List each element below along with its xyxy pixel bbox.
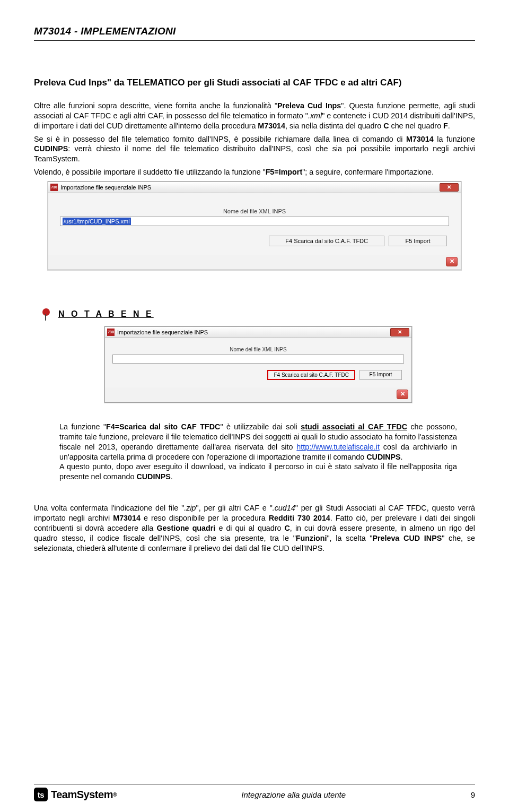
- app-icon: 730: [107, 329, 115, 336]
- text: che nel quadro: [389, 122, 444, 130]
- text: , sia nella distinta del quadro: [285, 122, 383, 130]
- import-button[interactable]: F5 Import: [389, 236, 447, 246]
- text: la funzione: [434, 135, 475, 143]
- xml-path-input[interactable]: [112, 355, 404, 364]
- scarica-button-highlighted[interactable]: F4 Scarica dal sito C.A.F. TFDC: [267, 370, 355, 380]
- text: : verrà chiesto il nome del file telemat…: [34, 144, 475, 163]
- nota-paragraph-2: A questo punto, dopo aver eseguito il do…: [59, 462, 457, 482]
- text-italic: .xml: [308, 111, 322, 120]
- text-bold: CUDINPS: [366, 453, 400, 461]
- import-button[interactable]: F5 Import: [359, 370, 402, 380]
- text-bold: M73014: [406, 135, 434, 143]
- tutelafiscale-link[interactable]: http://www.tutelafiscale.it: [296, 443, 380, 451]
- header-rule: [34, 40, 475, 41]
- text-bold: M73014: [258, 122, 285, 130]
- text-italic: .zip: [184, 504, 196, 512]
- dialog-import-inps-1: 730 Importazione file sequenziale INPS ✕…: [48, 182, 461, 270]
- page-number: 9: [471, 790, 475, 799]
- text-bold: Preleva Cud Inps: [277, 101, 341, 110]
- close-icon[interactable]: ✕: [440, 183, 459, 192]
- paragraph-2: Se si è in possesso del file telematico …: [34, 134, 475, 165]
- app-icon: 730: [50, 184, 58, 191]
- logo-text: TeamSystem: [51, 789, 113, 801]
- registered-mark: ®: [113, 792, 117, 798]
- section-heading: Preleva Cud Inps" da TELEMATICO per gli …: [34, 77, 475, 89]
- text-bold: CUDINPS: [136, 472, 170, 481]
- nota-paragraph-1: La funzione "F4=Scarica dal sito CAF TFD…: [59, 422, 457, 462]
- teamsystem-mark-icon: ts: [34, 788, 48, 801]
- text-bold: CUDINPS: [34, 144, 68, 153]
- text: A questo punto, dopo aver eseguito il do…: [59, 462, 457, 481]
- text-bold: Redditi 730 2014: [269, 514, 330, 522]
- text: "; a seguire, confermare l'importazione.: [302, 168, 434, 176]
- text-bold: M73014: [113, 514, 141, 522]
- dialog-titlebar: 730 Importazione file sequenziale INPS ✕: [105, 327, 411, 338]
- text-bold: F4=Scarica dal sito CAF TFDC: [106, 422, 220, 431]
- dialog-title: Importazione file sequenziale INPS: [60, 184, 151, 191]
- field-label-xml: Nome del file XML INPS: [112, 347, 404, 352]
- footer-center-text: Integrazione alla guida utente: [241, 790, 346, 799]
- text: Oltre alle funzioni sopra descritte, vie…: [34, 101, 277, 110]
- dialog-import-inps-2: 730 Importazione file sequenziale INPS ✕…: [104, 326, 412, 403]
- text: Se si è in possesso del file telematico …: [34, 135, 406, 143]
- xml-path-value: /usr1/tmp/CUD_INPS.xml: [63, 218, 131, 225]
- text-bold: Funzioni: [296, 534, 327, 542]
- final-paragraph: Una volta confermata l'indicazione del f…: [34, 503, 475, 553]
- text-bold: Preleva CUD INPS: [372, 534, 442, 542]
- paragraph-1: Oltre alle funzioni sopra descritte, vie…: [34, 101, 475, 131]
- text-bold: Gestione quadri: [156, 524, 215, 532]
- text: .: [401, 453, 403, 461]
- nota-bene-label: N O T A B E N E: [58, 309, 154, 319]
- field-label-xml: Nome del file XML INPS: [60, 208, 449, 214]
- dialog-titlebar: 730 Importazione file sequenziale INPS ✕: [48, 182, 461, 193]
- teamsystem-logo: ts TeamSystem®: [34, 788, 117, 801]
- paragraph-3: Volendo, è possibile importare il suddet…: [34, 167, 475, 177]
- xml-path-input[interactable]: /usr1/tmp/CUD_INPS.xml: [60, 217, 449, 226]
- text-bold-underline: studi associati al CAF TFDC: [301, 422, 407, 431]
- text: Volendo, è possibile importare il suddet…: [34, 168, 266, 176]
- text-bold: F: [443, 122, 448, 130]
- pin-icon: [39, 307, 53, 321]
- cancel-icon[interactable]: ✕: [397, 390, 408, 399]
- text-bold: C: [383, 122, 389, 130]
- cancel-icon[interactable]: ✕: [446, 257, 458, 266]
- text: e di qui al quadro: [215, 524, 284, 532]
- text: La funzione ": [59, 422, 106, 431]
- text-bold: F5=Import: [266, 168, 303, 176]
- footer-rule: [34, 784, 475, 784]
- close-icon[interactable]: ✕: [390, 328, 409, 336]
- page-header-title: M73014 - IMPLEMENTAZIONI: [34, 25, 475, 37]
- text: ", la scelta ": [327, 534, 373, 542]
- dialog-title: Importazione file sequenziale INPS: [117, 329, 208, 335]
- text: e reso disponibile per la procedura: [141, 514, 269, 522]
- text: ", per gli altri CAF e ": [196, 504, 273, 512]
- text: Una volta confermata l'indicazione del f…: [34, 504, 184, 512]
- scarica-button[interactable]: F4 Scarica dal sito C.A.F. TFDC: [269, 236, 384, 246]
- text-bold: C: [285, 524, 290, 532]
- text: .: [448, 122, 450, 130]
- text-italic: .cud14: [273, 504, 295, 512]
- text: " è utilizzabile dai soli: [220, 422, 301, 431]
- text: .: [171, 472, 173, 481]
